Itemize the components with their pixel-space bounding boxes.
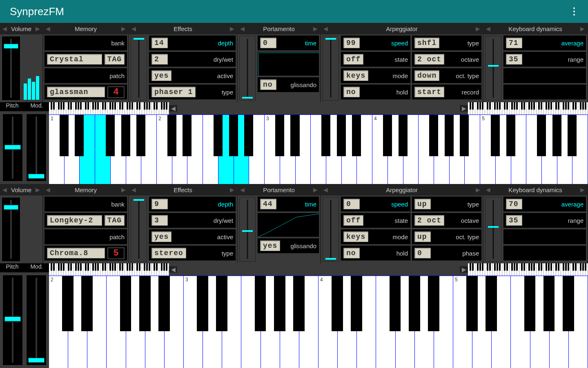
pitch-wheel[interactable] xyxy=(2,114,23,182)
black-key[interactable] xyxy=(351,276,362,331)
arp-record-row[interactable]: startrecord xyxy=(412,84,482,100)
white-key[interactable]: 5 xyxy=(453,276,472,368)
white-key[interactable]: 2 xyxy=(49,276,68,368)
arp-slider[interactable] xyxy=(323,197,339,262)
chevron-left-icon[interactable]: ◀ xyxy=(46,186,50,193)
black-key[interactable] xyxy=(321,115,330,156)
black-key[interactable] xyxy=(293,276,305,331)
arp-slider[interactable] xyxy=(323,36,339,101)
white-key[interactable]: 2 xyxy=(157,115,172,184)
chevron-right-icon[interactable]: ▶ xyxy=(313,186,318,193)
chevron-left-icon[interactable]: ◀ xyxy=(240,25,245,32)
pitch-wheel[interactable] xyxy=(2,275,23,366)
black-key[interactable] xyxy=(332,276,343,331)
white-key[interactable] xyxy=(107,276,126,368)
white-key[interactable]: 4 xyxy=(372,115,388,184)
black-key[interactable] xyxy=(290,115,299,156)
black-key[interactable] xyxy=(383,115,392,156)
black-key[interactable] xyxy=(275,115,284,156)
black-key[interactable] xyxy=(543,276,555,331)
black-key[interactable] xyxy=(197,276,208,331)
black-key[interactable] xyxy=(121,115,130,156)
active-row[interactable]: yesactive xyxy=(149,68,236,83)
white-key[interactable] xyxy=(241,276,261,368)
black-key[interactable] xyxy=(409,276,420,331)
patch-name-row[interactable]: Chroma.85 xyxy=(44,245,127,261)
kbd-nav-left-icon[interactable]: ◀ xyxy=(169,266,177,273)
black-key[interactable] xyxy=(568,115,577,156)
white-key[interactable] xyxy=(95,115,111,184)
fxtype-row[interactable]: phaser 1type xyxy=(149,84,236,100)
main-keyboard[interactable]: 12345 xyxy=(49,114,588,184)
black-key[interactable] xyxy=(214,115,223,156)
chevron-left-icon[interactable]: ◀ xyxy=(323,186,328,193)
black-key[interactable] xyxy=(139,276,151,331)
arp-state-row[interactable]: offstate xyxy=(341,52,411,67)
white-key[interactable] xyxy=(511,276,530,368)
kbd-average-row[interactable]: 71average xyxy=(503,35,586,51)
black-key[interactable] xyxy=(486,276,497,331)
mini-keyboard-right[interactable] xyxy=(468,263,588,276)
black-key[interactable] xyxy=(60,115,69,156)
chevron-right-icon[interactable]: ▶ xyxy=(36,25,40,32)
arp-mode-row[interactable]: keysmode xyxy=(341,68,411,83)
black-key[interactable] xyxy=(183,115,192,156)
chevron-right-icon[interactable]: ▶ xyxy=(313,25,318,32)
volume-slider[interactable] xyxy=(2,36,20,101)
effects-slider[interactable] xyxy=(131,197,147,262)
black-key[interactable] xyxy=(352,115,361,156)
black-key[interactable] xyxy=(460,115,469,156)
chevron-right-icon[interactable]: ▶ xyxy=(121,25,126,32)
chevron-right-icon[interactable]: ▶ xyxy=(580,186,585,193)
arp-speed-row[interactable]: 99speed xyxy=(341,35,411,51)
mod-wheel[interactable] xyxy=(26,114,47,182)
black-key[interactable] xyxy=(399,115,408,156)
bank-row[interactable]: bank xyxy=(44,196,127,212)
black-key[interactable] xyxy=(466,276,478,331)
time-row[interactable]: 0time xyxy=(257,35,319,51)
black-key[interactable] xyxy=(229,115,238,156)
arp-octtype-row[interactable]: downoct. type xyxy=(412,68,482,83)
black-key[interactable] xyxy=(244,115,253,156)
chevron-right-icon[interactable]: ▶ xyxy=(230,186,234,193)
chevron-right-icon[interactable]: ▶ xyxy=(476,25,480,32)
bank-row[interactable]: bank xyxy=(44,35,127,51)
bank-name-row[interactable]: Longkey-2TAG xyxy=(44,213,127,228)
arp-hold-row[interactable]: nohold xyxy=(341,84,411,100)
chevron-left-icon[interactable]: ◀ xyxy=(240,186,245,193)
kbd-nav-right-icon[interactable]: ▶ xyxy=(460,266,468,273)
main-keyboard[interactable]: 2345 xyxy=(49,276,588,368)
black-key[interactable] xyxy=(337,115,346,156)
patch-row[interactable]: patch xyxy=(44,68,127,83)
kbd-range-row[interactable]: 35range xyxy=(503,52,586,67)
drywet-row[interactable]: 2dry/wet xyxy=(149,52,236,67)
portamento-slider[interactable] xyxy=(239,197,256,262)
chevron-right-icon[interactable]: ▶ xyxy=(580,25,585,32)
chevron-left-icon[interactable]: ◀ xyxy=(46,25,50,32)
kbd-nav-left-icon[interactable]: ◀ xyxy=(169,105,177,112)
overflow-menu-icon[interactable] xyxy=(570,4,578,19)
black-key[interactable] xyxy=(120,276,131,331)
chevron-left-icon[interactable]: ◀ xyxy=(323,25,328,32)
bank-name-row[interactable]: CrystalTAG xyxy=(44,52,127,67)
glissando-row[interactable]: noglissando xyxy=(257,77,319,92)
black-key[interactable] xyxy=(81,276,93,331)
arp-octave-row[interactable]: 2 octoctave xyxy=(412,52,482,67)
white-key[interactable]: 4 xyxy=(318,276,338,368)
chevron-left-icon[interactable]: ◀ xyxy=(486,25,490,32)
black-key[interactable] xyxy=(274,276,285,331)
chevron-left-icon[interactable]: ◀ xyxy=(2,186,7,193)
black-key[interactable] xyxy=(428,276,439,331)
black-key[interactable] xyxy=(62,276,74,331)
kbddyn-slider[interactable] xyxy=(485,197,501,262)
effects-slider[interactable] xyxy=(131,36,147,101)
kbddyn-slider[interactable] xyxy=(485,36,501,101)
patch-name-row[interactable]: glassman4 xyxy=(44,84,127,100)
black-key[interactable] xyxy=(491,115,500,156)
white-key[interactable]: 1 xyxy=(49,115,65,184)
black-key[interactable] xyxy=(563,276,574,331)
black-key[interactable] xyxy=(390,276,401,331)
volume-slider[interactable] xyxy=(2,197,20,262)
black-key[interactable] xyxy=(158,276,170,331)
white-key[interactable] xyxy=(376,276,395,368)
